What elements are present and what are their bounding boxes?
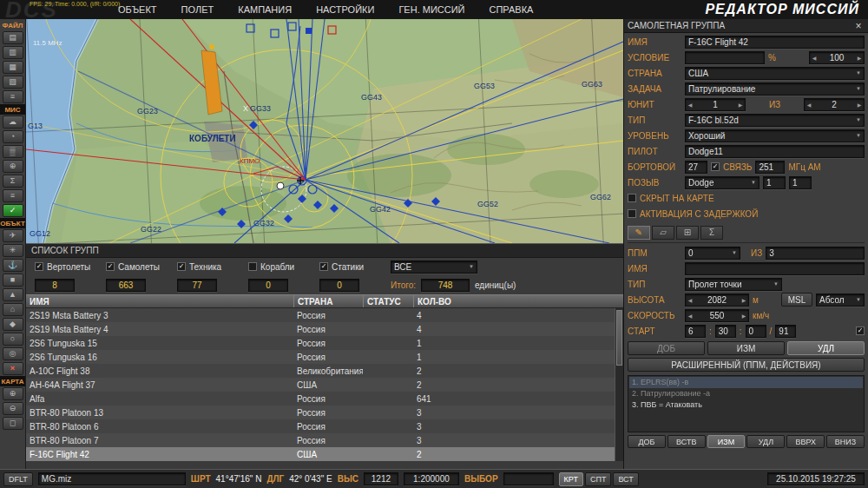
save-as-icon[interactable]: ▧ xyxy=(3,76,23,89)
action-item[interactable]: 2. Патрулирование -а xyxy=(629,388,863,399)
delete-waypoint-button[interactable]: УДЛ xyxy=(787,341,865,355)
time-of-day-icon[interactable]: ◔ xyxy=(3,130,23,143)
check-mission-icon[interactable]: ✓ xyxy=(3,204,23,217)
template-icon[interactable]: ◆ xyxy=(3,318,23,331)
group-name-field[interactable]: F-16C Flight 42 xyxy=(685,36,865,49)
delete-action-button[interactable]: УДЛ xyxy=(746,435,785,448)
delete-object-icon[interactable]: × xyxy=(3,362,23,375)
group-row[interactable]: 2S6 Tunguska 16Россия1 xyxy=(26,350,623,364)
add-waypoint-button[interactable]: ДОБ xyxy=(628,341,705,355)
spinner-left-icon[interactable]: ◀ xyxy=(686,297,694,303)
start-checkbox[interactable] xyxy=(856,326,865,335)
save-mission-icon[interactable]: ▦ xyxy=(3,61,23,74)
group-row[interactable]: A-10C Flight 38Великобритания2 xyxy=(26,364,623,378)
briefing-icon[interactable]: ≡ xyxy=(3,90,23,103)
altitude-type-select[interactable]: Абсол ▼ xyxy=(816,293,865,307)
advanced-actions-button[interactable]: РАСШИРЕННЫЙ (ППМ, ДЕЙСТВИЯ) xyxy=(628,358,865,372)
weather-icon[interactable]: ☁ xyxy=(3,115,23,129)
waypoint-name-field[interactable] xyxy=(685,262,865,275)
dflt-button[interactable]: DFLT xyxy=(3,472,33,486)
vehicle-icon[interactable]: ■ xyxy=(3,274,23,287)
probability-spinner[interactable]: ◀ 100 ▶ xyxy=(809,51,865,64)
msl-button[interactable]: MSL xyxy=(781,293,812,307)
unit-total-spinner[interactable]: ◀ 2 ▶ xyxy=(804,98,865,111)
map-scale-field[interactable]: 1:200000 xyxy=(404,472,459,485)
group-row[interactable]: F-16C Flight 42США2 xyxy=(26,447,623,461)
route-tab[interactable]: ✎ xyxy=(628,226,650,240)
spinner-left-icon[interactable]: ◀ xyxy=(805,102,813,108)
task-select[interactable]: Патрулирование ▼ xyxy=(685,82,865,96)
menu-item-1[interactable]: ПОЛЕТ xyxy=(181,4,214,15)
menu-item-5[interactable]: СПРАВКА xyxy=(490,4,534,15)
map-options-icon[interactable]: ◻ xyxy=(3,417,23,430)
hidden-on-map-checkbox[interactable] xyxy=(628,194,636,202)
description-icon[interactable]: ≡ xyxy=(3,189,23,202)
altitude-spinner[interactable]: ◀ 2082 ▶ xyxy=(685,293,749,307)
zoom-in-icon[interactable]: ⊕ xyxy=(3,387,23,400)
group-row[interactable]: BTR-80 Platoon 7Россия3 xyxy=(26,433,623,447)
filter-checkbox-vehicles[interactable] xyxy=(177,262,186,271)
insert-view-button[interactable]: ВСТ xyxy=(613,472,638,486)
edit-waypoint-button[interactable]: ИЗМ xyxy=(707,341,785,355)
insert-action-button[interactable]: ВСТВ xyxy=(667,435,706,448)
filter-checkbox-statics[interactable] xyxy=(319,262,328,271)
zoom-out-icon[interactable]: ⊖ xyxy=(3,402,23,415)
airplane-icon[interactable]: ✈ xyxy=(3,229,23,242)
air-defense-icon[interactable]: ▲ xyxy=(3,288,23,301)
zone-icon[interactable]: ○ xyxy=(3,333,23,346)
helicopter-icon[interactable]: ✳ xyxy=(3,244,23,257)
spinner-left-icon[interactable]: ◀ xyxy=(810,55,819,61)
coalition-filter-select[interactable]: ВСЕ ▼ xyxy=(391,260,477,274)
column-header-0[interactable]: ИМЯ xyxy=(26,295,293,307)
scrollbar-thumb[interactable] xyxy=(616,310,622,366)
late-activation-checkbox[interactable] xyxy=(628,209,636,218)
summary-tab[interactable]: Σ xyxy=(700,226,723,240)
new-mission-icon[interactable]: ▤ xyxy=(3,31,23,44)
callsign-number-field-2[interactable]: 1 xyxy=(789,176,812,189)
spinner-right-icon[interactable]: ▶ xyxy=(740,313,748,319)
menu-item-0[interactable]: ОБЪЕКТ xyxy=(118,4,157,15)
start-second-field[interactable]: 0 xyxy=(746,325,766,338)
menu-item-3[interactable]: НАСТРОЙКИ xyxy=(316,4,374,15)
waypoint-type-select[interactable]: Пролет точки ▼ xyxy=(685,278,782,291)
add-action-button[interactable]: ДОБ xyxy=(628,435,666,448)
aircraft-type-select[interactable]: F-16C bl.52d ▼ xyxy=(685,114,865,127)
mission-file-field[interactable]: MG.miz xyxy=(38,472,186,485)
spinner-right-icon[interactable]: ▶ xyxy=(740,297,748,303)
summary-icon[interactable]: Σ xyxy=(3,175,23,188)
start-minute-field[interactable]: 30 xyxy=(715,325,736,338)
group-row[interactable]: AH-64A Flight 37США2 xyxy=(26,378,623,392)
static-object-icon[interactable]: ⌂ xyxy=(3,303,23,316)
waypoint-select[interactable]: 0 ▼ xyxy=(685,247,740,260)
column-header-3[interactable]: КОЛ-ВО xyxy=(413,295,623,307)
edit-action-button[interactable]: ИЗМ xyxy=(707,435,746,448)
spinner-right-icon[interactable]: ▶ xyxy=(855,102,864,108)
pilot-field[interactable]: Dodge11 xyxy=(685,145,865,158)
group-row[interactable]: 2S19 Msta Battery 4Россия4 xyxy=(26,322,623,336)
group-row[interactable]: 2S6 Tunguska 15Россия1 xyxy=(26,336,623,350)
selection-field[interactable] xyxy=(503,472,554,485)
scrollbar[interactable] xyxy=(615,308,623,461)
open-mission-icon[interactable]: ▥ xyxy=(3,46,23,59)
start-hour-field[interactable]: 6 xyxy=(685,325,706,338)
spinner-right-icon[interactable]: ▶ xyxy=(855,55,864,61)
callsign-number-field-1[interactable]: 1 xyxy=(763,176,786,189)
filter-checkbox-ships[interactable] xyxy=(248,262,257,271)
satellite-view-button[interactable]: СПТ xyxy=(585,472,611,486)
speed-spinner[interactable]: ◀ 550 ▶ xyxy=(685,309,749,322)
group-row[interactable]: BTR-80 Platoon 6Россия3 xyxy=(26,419,623,433)
callsign-select[interactable]: Dodge ▼ xyxy=(685,176,760,189)
action-item[interactable]: 1. EPLRS(вв) -в xyxy=(629,377,863,388)
comm-checkbox[interactable] xyxy=(711,162,720,171)
group-row[interactable]: 2S19 Msta Battery 3Россия4 xyxy=(26,308,623,322)
grid-tab[interactable]: ⊞ xyxy=(676,226,699,240)
spinner-left-icon[interactable]: ◀ xyxy=(686,313,694,319)
unit-spinner[interactable]: ◀ 1 ▶ xyxy=(685,98,746,111)
condition-field[interactable] xyxy=(685,51,765,64)
menu-item-2[interactable]: КАМПАНИЯ xyxy=(238,4,292,15)
mission-options-icon[interactable]: ▒ xyxy=(3,145,23,158)
map-view-button[interactable]: КРТ xyxy=(559,472,583,486)
action-item[interactable]: 3. ПВБ = Атаковать xyxy=(629,399,863,411)
country-select[interactable]: США ▼ xyxy=(685,67,865,80)
move-down-button[interactable]: ВНИЗ xyxy=(826,435,865,448)
